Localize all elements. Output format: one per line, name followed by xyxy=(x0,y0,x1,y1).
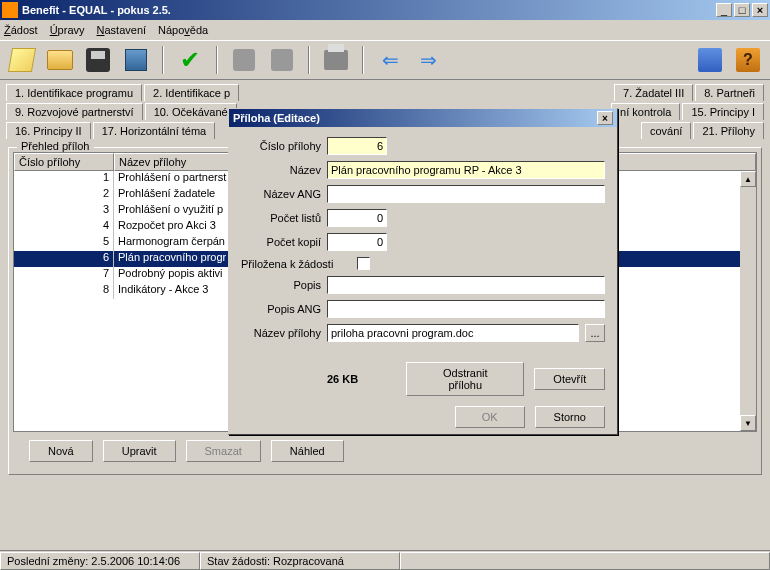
lbl-prilozena: Přiložena k žádosti xyxy=(241,258,351,270)
tab[interactable]: cování xyxy=(641,122,691,139)
lbl-cislo: Číslo přílohy xyxy=(241,140,321,152)
col-cislo[interactable]: Číslo přílohy xyxy=(14,153,114,171)
toolbar: ✔ ⇐ ⇒ ? xyxy=(0,40,770,80)
tab[interactable]: 10. Očekávané xyxy=(145,103,237,120)
browse-button[interactable]: ... xyxy=(585,324,605,342)
dialog-close-icon[interactable]: × xyxy=(597,111,613,125)
nahled-button[interactable]: Náhled xyxy=(271,440,344,462)
tab[interactable]: 9. Rozvojové partnerství xyxy=(6,103,143,120)
cell-cislo: 7 xyxy=(14,267,114,283)
tb-check-icon[interactable]: ✔ xyxy=(174,44,206,76)
button-row: Nová Upravit Smazat Náhled xyxy=(13,432,757,470)
minimize-button[interactable]: _ xyxy=(716,3,732,17)
input-nazev-prilohy[interactable] xyxy=(327,324,579,342)
upravit-button[interactable]: Upravit xyxy=(103,440,176,462)
tab[interactable]: 16. Principy II xyxy=(6,122,91,139)
cell-cislo: 4 xyxy=(14,219,114,235)
ok-button[interactable]: OK xyxy=(455,406,525,428)
input-nazev[interactable] xyxy=(327,161,605,179)
tb-print-icon[interactable] xyxy=(320,44,352,76)
menu-upravy[interactable]: Úpravy xyxy=(50,24,85,36)
dialog-title-text: Příloha (Editace) xyxy=(233,112,597,124)
input-nazev-ang[interactable] xyxy=(327,185,605,203)
nova-button[interactable]: Nová xyxy=(29,440,93,462)
tab[interactable]: ní kontrola xyxy=(611,103,680,120)
tab[interactable]: 15. Principy I xyxy=(682,103,764,120)
tb-forward-icon[interactable]: ⇒ xyxy=(412,44,444,76)
dialog-priloha-editace: Příloha (Editace) × Číslo přílohy Název … xyxy=(228,108,618,435)
tab[interactable]: 2. Identifikace p xyxy=(144,84,239,101)
lbl-popis-ang: Popis ANG xyxy=(241,303,321,315)
toolbar-sep xyxy=(216,46,218,74)
tab[interactable]: 17. Horizontální téma xyxy=(93,122,216,139)
tab[interactable]: 1. Identifikace programu xyxy=(6,84,142,101)
maximize-button[interactable]: □ xyxy=(734,3,750,17)
tab[interactable]: 21. Přílohy xyxy=(693,122,764,139)
cell-cislo: 3 xyxy=(14,203,114,219)
tb-hand2-icon[interactable] xyxy=(266,44,298,76)
menu-nastaveni[interactable]: Nastavení xyxy=(97,24,147,36)
tb-open-icon[interactable] xyxy=(44,44,76,76)
tb-hand1-icon[interactable] xyxy=(228,44,260,76)
scroll-down-icon[interactable]: ▼ xyxy=(740,415,756,431)
scroll-up-icon[interactable]: ▲ xyxy=(740,171,756,187)
tab[interactable]: 8. Partneři xyxy=(695,84,764,101)
toolbar-sep xyxy=(162,46,164,74)
status-state: Stav žádosti: Rozpracovaná xyxy=(200,552,400,570)
lbl-pocet-kopii: Počet kopií xyxy=(241,236,321,248)
toolbar-sep xyxy=(362,46,364,74)
grid-scrollbar[interactable]: ▲ ▼ xyxy=(740,171,756,431)
tb-package-icon[interactable] xyxy=(120,44,152,76)
tb-back-icon[interactable]: ⇐ xyxy=(374,44,406,76)
cell-cislo: 5 xyxy=(14,235,114,251)
status-empty xyxy=(400,552,770,570)
lbl-nazev-prilohy: Název přílohy xyxy=(241,327,321,339)
menu-zadost[interactable]: Žádost xyxy=(4,24,38,36)
titlebar: Benefit - EQUAL - pokus 2.5. _ □ × xyxy=(0,0,770,20)
cell-cislo: 8 xyxy=(14,283,114,299)
tab[interactable]: 7. Žadatel III xyxy=(614,84,693,101)
storno-button[interactable]: Storno xyxy=(535,406,605,428)
lbl-popis: Popis xyxy=(241,279,321,291)
tb-save-icon[interactable] xyxy=(82,44,114,76)
tb-new-icon[interactable] xyxy=(6,44,38,76)
tb-book-icon[interactable] xyxy=(694,44,726,76)
input-pocet-listu[interactable] xyxy=(327,209,387,227)
toolbar-sep xyxy=(308,46,310,74)
statusbar: Poslední změny: 2.5.2006 10:14:06 Stav ž… xyxy=(0,550,770,570)
window-title: Benefit - EQUAL - pokus 2.5. xyxy=(22,4,714,16)
close-button[interactable]: × xyxy=(752,3,768,17)
menubar: Žádost Úpravy Nastavení Nápověda xyxy=(0,20,770,40)
cell-cislo: 2 xyxy=(14,187,114,203)
groupbox-title: Přehled příloh xyxy=(17,140,94,152)
status-lastchange: Poslední změny: 2.5.2006 10:14:06 xyxy=(0,552,200,570)
lbl-nazev: Název xyxy=(241,164,321,176)
cell-cislo: 6 xyxy=(14,251,114,267)
app-icon xyxy=(2,2,18,18)
checkbox-prilozena[interactable] xyxy=(357,257,370,270)
dialog-titlebar[interactable]: Příloha (Editace) × xyxy=(229,109,617,127)
input-pocet-kopii[interactable] xyxy=(327,233,387,251)
tb-help-icon[interactable]: ? xyxy=(732,44,764,76)
input-popis[interactable] xyxy=(327,276,605,294)
input-popis-ang[interactable] xyxy=(327,300,605,318)
otevrit-button[interactable]: Otevřít xyxy=(534,368,605,390)
smazat-button[interactable]: Smazat xyxy=(186,440,261,462)
lbl-nazev-ang: Název ANG xyxy=(241,188,321,200)
input-cislo[interactable] xyxy=(327,137,387,155)
cell-cislo: 1 xyxy=(14,171,114,187)
filesize-text: 26 KB xyxy=(327,373,406,385)
menu-napoveda[interactable]: Nápověda xyxy=(158,24,208,36)
odstranit-button[interactable]: Odstranit přílohu xyxy=(406,362,524,396)
lbl-pocet-listu: Počet listů xyxy=(241,212,321,224)
